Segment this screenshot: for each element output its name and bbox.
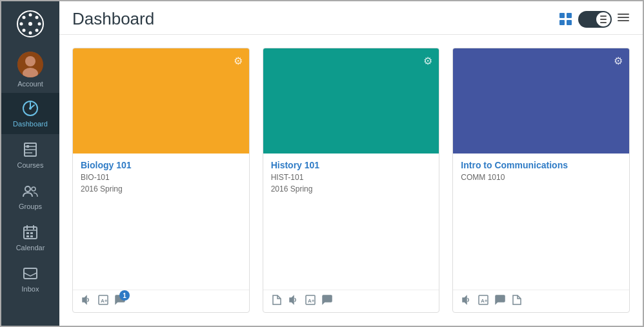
app-container: Account Dashboard	[0, 0, 644, 327]
card-banner-history: ⚙	[263, 48, 439, 152]
svg-rect-26	[26, 232, 29, 234]
sidebar-item-calendar[interactable]: Calendar	[1, 217, 59, 258]
svg-rect-33	[559, 20, 565, 25]
sidebar-item-groups[interactable]: Groups	[1, 175, 59, 217]
sidebar-item-courses[interactable]: Courses	[1, 134, 59, 175]
header: Dashboard	[59, 1, 643, 35]
groups-icon	[21, 182, 39, 200]
view-toggle[interactable]	[578, 11, 612, 28]
svg-point-20	[25, 186, 30, 192]
sidebar-logo[interactable]	[1, 1, 59, 46]
grades-icon-communications[interactable]: A+	[478, 294, 489, 306]
svg-text:A+: A+	[308, 298, 315, 304]
svg-rect-27	[30, 232, 33, 234]
discussions-badge-biology: 1	[119, 290, 130, 301]
svg-point-1	[28, 22, 32, 26]
svg-point-6	[23, 16, 26, 19]
course-card-history: ⚙ History 101 HIST-101 2016 Spring	[263, 48, 440, 313]
header-controls	[559, 11, 630, 28]
sidebar-item-label-inbox: Inbox	[22, 285, 39, 293]
svg-point-14	[29, 107, 32, 110]
announcements-icon-history[interactable]	[288, 294, 299, 306]
course-card-biology: ⚙ Biology 101 BIO-101 2016 Spring	[72, 48, 250, 313]
card-title-history[interactable]: History 101	[271, 160, 432, 170]
inbox-icon	[21, 264, 39, 282]
svg-point-2	[29, 14, 32, 17]
card-code-communications: COMM 1010	[461, 173, 621, 182]
card-settings-communications[interactable]: ⚙	[614, 55, 623, 67]
card-info-biology: Biology 101 BIO-101 2016 Spring	[73, 154, 249, 290]
svg-rect-19	[26, 145, 29, 148]
card-code-history: HIST-101	[271, 173, 432, 182]
card-code-biology: BIO-101	[81, 173, 241, 182]
card-actions-biology: A+ 1	[73, 290, 249, 312]
card-banner-communications: ⚙	[453, 48, 629, 152]
card-settings-biology[interactable]: ⚙	[234, 55, 243, 67]
toggle-line-3	[600, 22, 607, 23]
card-term-biology: 2016 Spring	[81, 184, 241, 193]
files-icon-communications[interactable]	[511, 294, 523, 306]
sidebar-item-label-groups: Groups	[19, 203, 42, 210]
grades-icon-history[interactable]: A+	[305, 294, 316, 306]
svg-rect-31	[559, 13, 565, 18]
svg-text:A+: A+	[481, 298, 488, 304]
menu-button[interactable]	[617, 11, 630, 27]
dashboard-icon	[21, 99, 39, 117]
sidebar-item-label-calendar: Calendar	[16, 244, 45, 252]
announcements-icon-biology[interactable]	[81, 294, 92, 306]
toggle-line-2	[600, 19, 607, 20]
sidebar-item-inbox[interactable]: Inbox	[1, 258, 59, 299]
courses-icon	[21, 141, 39, 159]
svg-rect-34	[567, 20, 572, 25]
svg-rect-29	[30, 235, 33, 237]
svg-point-5	[38, 23, 41, 26]
canvas-logo-icon	[16, 10, 45, 38]
discussions-icon-biology[interactable]: 1	[114, 294, 126, 306]
card-actions-communications: A+	[453, 290, 629, 312]
toggle-knob-lines	[600, 15, 607, 23]
svg-point-21	[32, 187, 35, 191]
sidebar-item-dashboard[interactable]: Dashboard	[1, 93, 59, 134]
sidebar-item-label-dashboard: Dashboard	[13, 120, 48, 128]
toggle-line-1	[600, 15, 607, 17]
card-title-communications[interactable]: Intro to Communications	[461, 160, 621, 170]
sidebar-item-account[interactable]: Account	[1, 46, 59, 93]
page-title: Dashboard	[72, 9, 154, 29]
grid-view-button[interactable]	[559, 12, 573, 26]
card-term-history: 2016 Spring	[271, 184, 432, 193]
files-icon-history[interactable]	[271, 294, 283, 306]
calendar-icon	[21, 223, 39, 241]
sidebar-item-label-account: Account	[17, 80, 43, 88]
svg-rect-32	[567, 13, 572, 18]
svg-text:A+: A+	[101, 298, 108, 304]
card-actions-history: A+	[263, 290, 439, 312]
cards-area: ⚙ Biology 101 BIO-101 2016 Spring	[59, 35, 643, 326]
course-card-communications: ⚙ Intro to Communications COMM 1010	[452, 48, 630, 313]
announcements-icon-communications[interactable]	[461, 294, 472, 306]
card-info-communications: Intro to Communications COMM 1010	[453, 154, 629, 290]
svg-point-11	[25, 56, 35, 66]
svg-point-4	[20, 23, 23, 26]
discussions-icon-communications[interactable]	[494, 294, 506, 306]
svg-rect-28	[26, 235, 29, 237]
card-info-history: History 101 HIST-101 2016 Spring	[263, 154, 439, 290]
sidebar-item-label-courses: Courses	[17, 161, 44, 169]
toggle-knob	[596, 12, 610, 26]
card-settings-history[interactable]: ⚙	[423, 55, 432, 67]
card-title-biology[interactable]: Biology 101	[81, 160, 241, 170]
svg-point-7	[35, 29, 39, 32]
grades-icon-biology[interactable]: A+	[97, 294, 109, 306]
card-banner-biology: ⚙	[73, 48, 249, 152]
svg-point-3	[29, 32, 32, 35]
svg-point-8	[35, 16, 39, 19]
avatar	[17, 52, 43, 77]
svg-point-9	[23, 29, 26, 32]
sidebar: Account Dashboard	[1, 1, 59, 326]
discussions-icon-history[interactable]	[321, 294, 333, 306]
main-content: Dashboard	[59, 1, 643, 326]
